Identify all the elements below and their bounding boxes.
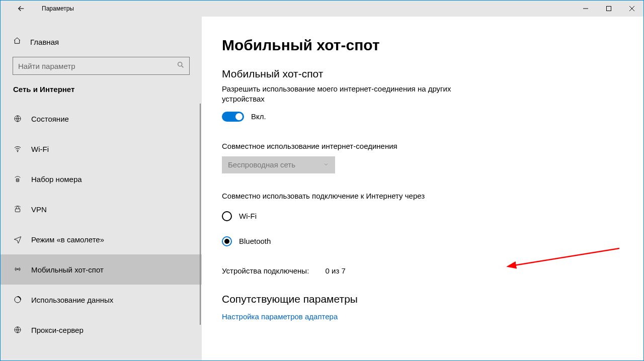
nav-item-wifi[interactable]: Wi-Fi <box>1 134 202 164</box>
window-title: Параметры <box>42 5 74 12</box>
maximize-icon <box>606 6 611 11</box>
radio-icon <box>222 211 232 221</box>
svg-point-3 <box>17 151 18 152</box>
data-usage-icon <box>13 296 22 304</box>
svg-rect-0 <box>607 7 611 11</box>
nav-label: Wi-Fi <box>31 145 49 153</box>
nav-item-vpn[interactable]: VPN <box>1 194 202 224</box>
close-icon <box>629 6 634 11</box>
hotspot-icon <box>13 265 22 274</box>
hotspot-desc: Разрешить использование моего интернет-с… <box>222 84 484 105</box>
devices-value: 0 из 7 <box>326 266 346 275</box>
nav-item-hotspot[interactable]: Мобильный хот-спот <box>1 254 202 285</box>
devices-label: Устройства подключены: <box>222 266 309 275</box>
toggle-state-label: Вкл. <box>251 112 266 121</box>
chevron-down-icon <box>323 160 329 169</box>
nav-label: Состояние <box>31 115 69 123</box>
nav-item-data-usage[interactable]: Использование данных <box>1 285 202 315</box>
radio-icon <box>222 236 232 246</box>
select-value: Беспроводная сеть <box>228 160 295 169</box>
svg-point-6 <box>18 179 19 180</box>
radio-wifi[interactable]: Wi-Fi <box>222 206 623 226</box>
search-input[interactable] <box>13 57 190 75</box>
nav-item-airplane[interactable]: Режим «в самолете» <box>1 224 202 254</box>
devices-connected-row: Устройства подключены: 0 из 7 <box>222 266 623 275</box>
radio-label: Bluetooth <box>239 237 271 245</box>
nav-label: Набор номера <box>31 175 82 184</box>
nav-item-proxy[interactable]: Прокси-сервер <box>1 315 202 345</box>
nav-label: Мобильный хот-спот <box>31 265 104 274</box>
nav-list: Состояние Wi-Fi Набор номера <box>1 104 202 360</box>
adapter-settings-link[interactable]: Настройка параметров адаптера <box>222 312 623 321</box>
dialup-icon <box>13 175 22 183</box>
svg-point-5 <box>17 179 18 180</box>
maximize-button[interactable] <box>597 1 620 17</box>
svg-rect-4 <box>16 178 19 182</box>
nav-label: Режим «в самолете» <box>31 235 104 244</box>
nav-item-dialup[interactable]: Набор номера <box>1 164 202 194</box>
nav-item-status[interactable]: Состояние <box>1 104 202 134</box>
sidebar-section-title: Сеть и Интернет <box>1 85 202 104</box>
sidebar: Главная Сеть и Интернет Состояние <box>1 17 202 360</box>
wifi-icon <box>13 145 22 153</box>
radio-bluetooth[interactable]: Bluetooth <box>222 231 623 251</box>
nav-label: VPN <box>31 205 47 214</box>
titlebar: Параметры <box>1 1 643 17</box>
svg-point-10 <box>17 268 18 269</box>
airplane-icon <box>13 235 22 243</box>
main-pane: Мобильный хот-спот Мобильный хот-спот Ра… <box>202 17 643 360</box>
hotspot-toggle[interactable] <box>222 112 244 122</box>
share-via-label: Совместно использовать подключение к Инт… <box>222 192 623 200</box>
sidebar-home-label: Главная <box>30 38 59 46</box>
close-button[interactable] <box>620 1 643 17</box>
radio-label: Wi-Fi <box>239 212 257 220</box>
hotspot-heading: Мобильный хот-спот <box>222 68 623 80</box>
svg-point-7 <box>17 180 18 181</box>
related-heading: Сопутствующие параметры <box>222 293 623 305</box>
arrow-left-icon <box>17 4 26 13</box>
sidebar-home[interactable]: Главная <box>1 27 202 57</box>
window-controls <box>574 1 643 17</box>
search-wrap <box>13 57 190 75</box>
minimize-icon <box>583 6 588 11</box>
nav-label: Прокси-сервер <box>31 326 84 334</box>
svg-point-8 <box>18 180 19 181</box>
share-connection-label: Совместное использование интернет-соедин… <box>222 142 623 150</box>
home-icon <box>13 37 21 47</box>
vpn-icon <box>13 205 22 213</box>
svg-rect-9 <box>15 209 20 212</box>
sidebar-scrollbar[interactable] <box>200 104 201 325</box>
page-title: Мобильный хот-спот <box>222 37 623 54</box>
back-button[interactable] <box>16 3 27 14</box>
share-connection-select: Беспроводная сеть <box>222 156 335 173</box>
nav-label: Использование данных <box>31 296 113 304</box>
minimize-button[interactable] <box>574 1 597 17</box>
globe-icon <box>13 115 22 123</box>
proxy-icon <box>13 326 22 334</box>
